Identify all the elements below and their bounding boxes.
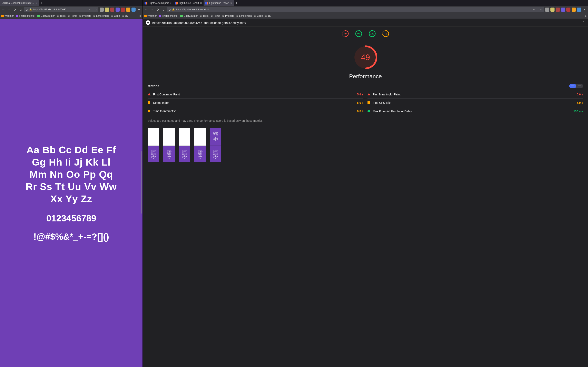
tab[interactable]: Lighthouse Report× [143,0,173,6]
bookmark-item[interactable]: Firefox Monitor [159,15,178,17]
home-button[interactable]: ⌂ [161,7,166,12]
font-specimen: Aa Bb Cc Dd Ee FfGg Hh Ii Jj Kk LlMm Nn … [0,19,143,367]
new-tab-button[interactable]: + [39,0,44,6]
extension-icon[interactable] [110,8,114,12]
bookmark-folder[interactable]: ▣Projects [222,15,234,17]
bookmark-folder[interactable]: ▣Tools [57,15,66,17]
extension-icon[interactable] [126,8,130,12]
ellipsis-icon[interactable]: ⋯ [87,8,90,11]
metrics-heading: Metrics [148,84,159,88]
extension-icon[interactable] [556,8,560,12]
close-icon[interactable]: × [35,1,37,5]
extension-icon[interactable] [545,8,549,12]
extension-icon[interactable] [116,8,120,12]
menu-button[interactable]: ≡ [582,7,587,12]
bookmark-item[interactable]: GoatCounter [180,15,198,17]
filmstrip: Aa Bb Cc DdEe Ff Gg Hh IiJj Kk Ll MmNn O… [143,126,588,166]
extension-icon[interactable] [566,8,571,12]
pocket-icon[interactable]: ⌄ [537,8,539,11]
extension-icon[interactable] [121,8,125,12]
extensions [545,8,581,12]
square-icon [367,101,370,104]
metric-value: 5.6 s [357,101,363,104]
extension-icon[interactable] [105,8,109,12]
filmstrip-thumb: Aa Bb Cc DdEe Ff Gg Hh IiJj Kk Ll MmNn O… [179,146,190,162]
bookmark-folder[interactable]: ▣Code [254,15,263,17]
bookmark-icon[interactable]: ☆ [540,8,542,11]
reload-button[interactable]: ⟳ [156,7,160,12]
metric-row[interactable]: Max Potential First Input Delay130 ms [367,107,583,115]
bookmark-folder[interactable]: ▣Home [210,15,220,17]
alphabet-block: Aa Bb Cc Dd Ee FfGg Hh Ii Jj Kk LlMm Nn … [26,144,117,205]
score-gauge[interactable]: 70 [382,30,389,37]
symbols-block: !@#$%&*_+-=?[]() [34,232,109,242]
extension-icon[interactable] [577,8,581,12]
ellipsis-icon[interactable]: ⋯ [533,8,536,11]
close-icon[interactable]: × [170,1,172,5]
url-text: https://lighthouse-dot-webdotd... [176,8,532,11]
forward-button[interactable]: → [150,7,154,12]
score-gauge[interactable]: 94 [355,30,362,37]
extension-icon[interactable] [550,8,554,12]
url-field[interactable]: ◒ 🔒 https://lighthouse-dot-webdotd... ⋯ … [167,7,544,12]
gauge-score: 100 [369,30,376,37]
metric-row[interactable]: First Contentful Paint5.6 s [148,90,363,99]
pocket-icon[interactable]: ⌄ [91,8,93,11]
reload-button[interactable]: ⟳ [13,7,17,12]
bookmark-folder[interactable]: ▣Code [111,15,120,17]
score-gauge[interactable]: 100 [369,30,376,37]
bookmark-folder[interactable]: ▣Home [68,15,77,17]
bookmark-folder[interactable]: ▣Projects [79,15,91,17]
metric-row[interactable]: Time to Interactive6.0 s [148,107,363,115]
bookmark-folder[interactable]: ▣Lensrentals [93,15,109,17]
filmstrip-frame[interactable]: Aa Bb Cc DdEe Ff Gg Hh IiJj Kk Ll MmNn O… [179,128,190,162]
bookmarks-bar: WeatherFirefox MonitorGoatCounter▣Tools▣… [143,13,588,19]
bookmarks-overflow[interactable]: » [585,14,587,18]
bookmarks-overflow[interactable]: » [139,14,141,18]
bookmark-item[interactable]: GoatCounter [37,15,55,17]
scrollbar-thumb[interactable] [141,151,142,214]
menu-button[interactable]: ≡ [137,7,141,12]
metric-row[interactable]: First Meaningful Paint5.6 s [367,90,583,99]
extension-icon[interactable] [561,8,565,12]
extension-icon[interactable] [100,8,104,12]
filmstrip-frame[interactable]: Aa Bb Cc DdEe Ff Gg Hh IiJj Kk Ll MmNn O… [148,128,159,162]
lighthouse-report: ⛯ https://5e815a84ca88b000080b4257--font… [143,19,588,367]
bookmark-icon[interactable]: ☆ [95,8,97,11]
tab[interactable]: Lighthouse Report× [173,0,203,6]
back-button[interactable]: ← [1,7,6,12]
filmstrip-frame[interactable]: Aa Bb Cc DdEe Ff Gg Hh IiJj Kk Ll MmNn O… [210,128,221,162]
forward-button[interactable]: → [7,7,11,12]
lock-icon: 🔒 [172,8,175,11]
bookmark-folder[interactable]: ▣$$ [122,15,128,17]
metric-row[interactable]: Speed Index5.6 s [148,99,363,107]
bookmark-folder[interactable]: ▣$$ [265,15,270,17]
filmstrip-frame[interactable]: Aa Bb Cc DdEe Ff Gg Hh IiJj Kk Ll MmNn O… [163,128,175,162]
metric-row[interactable]: First CPU Idle5.9 s [367,99,583,107]
url-field[interactable]: ◒ 🔒 https://5e815a84ca88b000080... ⋯ ⌄ ☆ [24,7,98,12]
bookmark-item[interactable]: Weather [1,15,14,17]
left-tab[interactable]: 5e815a84ca88b000080b4257--fo × [0,0,39,6]
view-toggle-expanded[interactable] [569,84,576,88]
bookmark-item[interactable]: Firefox Monitor [16,15,35,17]
extension-icon[interactable] [131,8,136,12]
close-icon[interactable]: × [200,1,202,5]
disclaimer-link[interactable]: based only on these metrics [227,119,263,122]
bookmark-item[interactable]: Weather [144,15,156,17]
filmstrip-thumb: Aa Bb Cc DdEe Ff Gg Hh IiJj Kk Ll MmNn O… [148,146,159,162]
new-tab-button[interactable]: + [234,0,240,6]
bookmark-folder[interactable]: ▣Tools [200,15,208,17]
back-button[interactable]: ← [144,7,149,12]
score-gauge[interactable]: 49 [342,30,349,37]
view-toggle-compact[interactable] [576,84,583,88]
extension-icon[interactable] [572,8,576,12]
filmstrip-frame[interactable]: Aa Bb Cc DdEe Ff Gg Hh IiJj Kk Ll MmNn O… [194,128,206,162]
close-icon[interactable]: × [231,1,232,5]
home-button[interactable]: ⌂ [18,7,23,12]
tab[interactable]: Lighthouse Report× [204,0,234,6]
scrollbar[interactable] [141,19,143,367]
report-menu-icon[interactable]: ⋮ [581,20,585,25]
bookmark-folder[interactable]: ▣Lensrentals [236,15,252,17]
right-tabbar: Lighthouse Report×Lighthouse Report×Ligh… [143,0,588,6]
lighthouse-favicon [175,2,178,4]
